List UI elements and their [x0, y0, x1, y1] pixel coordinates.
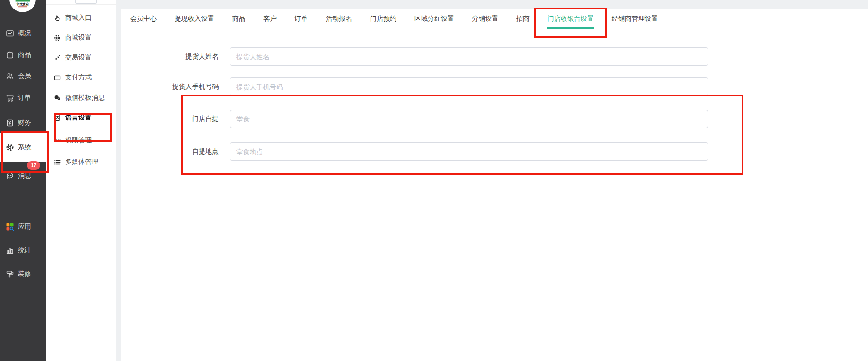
submenu-item-label: 交易设置 [65, 53, 92, 62]
submenu-item-permissions[interactable]: 权限管理 [46, 131, 116, 150]
tab-withdraw-income-settings[interactable]: 提现收入设置 [169, 9, 220, 29]
submenu-item-media-management[interactable]: 多媒体管理 [46, 153, 116, 172]
submenu-item-payment-methods[interactable]: 支付方式 [46, 68, 116, 87]
tab-activity-signup[interactable]: 活动报名 [320, 9, 358, 29]
svg-text:华太食府: 华太食府 [16, 2, 29, 6]
form-row-pickup-name: 提货人姓名 [121, 47, 868, 66]
system-gear-icon [6, 143, 14, 152]
sidebar-item-goods[interactable]: 商品 [0, 45, 46, 64]
submenu-item-label: 微信模板消息 [65, 94, 105, 102]
sidebar-item-label: 财务 [18, 119, 31, 127]
clipped-element-fragment [75, 0, 97, 4]
form-row-store-self-pickup: 门店自提 [121, 110, 868, 128]
sidebar-item-label: 应用 [18, 223, 31, 231]
sidebar-item-decorate[interactable]: 装修 [0, 265, 46, 284]
tab-label: 提现收入设置 [175, 15, 214, 23]
pickup-name-input[interactable] [230, 47, 708, 66]
tab-label: 区域分红设置 [414, 15, 454, 23]
apps-grid-icon [6, 223, 14, 231]
tab-label: 订单 [295, 15, 308, 23]
brand-logo: 华太食府 [9, 0, 36, 12]
tab-label: 门店预约 [370, 15, 396, 23]
form-row-pickup-phone: 提货人手机号码 [121, 77, 868, 96]
pickup-phone-input[interactable] [230, 77, 708, 96]
submenu-item-label: 权限管理 [65, 136, 92, 145]
submenu-item-mall-entry[interactable]: 商城入口 [46, 9, 116, 27]
sidebar-item-label: 消息 [18, 172, 31, 180]
sidebar-item-statistics[interactable]: 统计 [0, 241, 46, 260]
overview-icon [6, 29, 14, 38]
tab-regional-dividend-settings[interactable]: 区域分红设置 [408, 9, 460, 29]
form-row-pickup-location: 自提地点 [121, 142, 868, 161]
wechat-bubbles-icon [53, 94, 61, 102]
submenu-item-mall-settings[interactable]: 商城设置 [46, 28, 116, 47]
mall-entry-hand-icon [53, 14, 61, 22]
sidebar-item-label: 统计 [18, 246, 31, 255]
media-list-icon [53, 158, 61, 166]
tab-store-reservation[interactable]: 门店预约 [364, 9, 403, 29]
submenu-item-label: 商城入口 [65, 14, 92, 22]
sidebar-item-label: 订单 [18, 94, 31, 102]
language-doc-icon [53, 114, 61, 121]
finance-icon [6, 119, 14, 127]
trade-arrows-icon [53, 54, 61, 61]
paint-roller-icon [6, 270, 14, 278]
stats-bars-icon [6, 246, 14, 255]
tab-investment[interactable]: 招商 [510, 9, 536, 29]
permissions-glasses-icon [53, 137, 61, 144]
tab-goods[interactable]: 商品 [226, 9, 252, 29]
submenu-item-wechat-template-messages[interactable]: 微信模板消息 [46, 88, 116, 107]
sidebar-item-label: 会员 [18, 72, 31, 80]
gear-icon [53, 34, 61, 42]
tab-label: 经销商管理设置 [612, 15, 658, 23]
settings-tab-bar: 会员中心 提现收入设置 商品 客户 订单 活动报名 门店预约 区域分红设置 分销… [121, 9, 868, 29]
messages-icon [6, 172, 14, 180]
store-self-pickup-input[interactable] [230, 110, 708, 128]
tab-store-cashier-settings[interactable]: 门店收银台设置 [541, 9, 600, 29]
submenu-item-label: 商城设置 [65, 34, 92, 42]
tab-orders[interactable]: 订单 [288, 9, 314, 29]
sidebar-item-finance[interactable]: 财务 [0, 113, 46, 132]
tab-label: 会员中心 [130, 15, 157, 23]
sidebar-item-label: 概况 [18, 29, 31, 38]
tab-label: 招商 [516, 15, 530, 23]
goods-icon [6, 51, 14, 59]
pickup-phone-label: 提货人手机号码 [121, 83, 219, 91]
tab-dealer-management-settings[interactable]: 经销商管理设置 [606, 9, 664, 29]
submenu-item-language-settings[interactable]: 语言设置 [46, 108, 116, 127]
tab-customers[interactable]: 客户 [257, 9, 283, 29]
store-self-pickup-label: 门店自提 [121, 115, 219, 123]
sidebar-item-members[interactable]: 会员 [0, 67, 46, 86]
pickup-name-label: 提货人姓名 [121, 52, 219, 61]
sidebar-item-apps[interactable]: 应用 [0, 217, 46, 236]
submenu-item-trade-settings[interactable]: 交易设置 [46, 48, 116, 67]
sidebar-item-orders[interactable]: 订单 [0, 88, 46, 107]
tab-label: 分销设置 [472, 15, 498, 23]
tab-label: 门店收银台设置 [548, 15, 594, 23]
submenu-item-label: 支付方式 [65, 73, 92, 82]
tab-label: 活动报名 [326, 15, 352, 23]
vertical-gutter [116, 0, 121, 361]
submenu-top-divider [46, 4, 116, 5]
brand-logo-art: 华太食府 [12, 0, 33, 9]
tab-label: 商品 [232, 15, 245, 23]
orders-icon [6, 94, 14, 102]
credit-card-icon [53, 74, 61, 81]
system-notification-badge: 17 [27, 161, 40, 170]
pickup-location-label: 自提地点 [121, 147, 219, 156]
tab-member-center[interactable]: 会员中心 [124, 9, 163, 29]
sidebar-item-overview[interactable]: 概况 [0, 24, 46, 43]
sidebar-item-system[interactable]: 系统 [0, 138, 46, 157]
pickup-location-input[interactable] [230, 142, 708, 161]
sidebar-item-messages[interactable]: 消息 [0, 166, 46, 185]
members-icon [6, 72, 14, 80]
sidebar-item-label: 系统 [18, 143, 31, 152]
top-gutter [116, 0, 868, 9]
sidebar-item-label: 装修 [18, 270, 31, 278]
main-sidebar: 华太食府 概况 商品 会员 订单 [0, 0, 46, 361]
tab-label: 客户 [263, 15, 277, 23]
system-submenu: 商城入口 商城设置 交易设置 支付方式 [46, 0, 116, 361]
tab-distribution-settings[interactable]: 分销设置 [466, 9, 505, 29]
settings-content-card: 会员中心 提现收入设置 商品 客户 订单 活动报名 门店预约 区域分红设置 分销… [121, 9, 868, 361]
submenu-item-label: 语言设置 [65, 113, 92, 122]
